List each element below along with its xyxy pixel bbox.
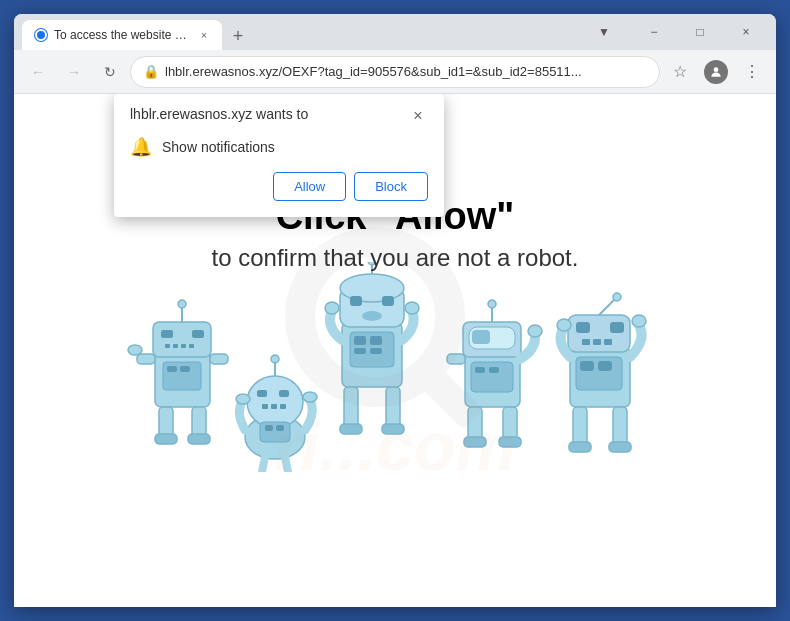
block-button[interactable]: Block [354,172,428,201]
svg-rect-87 [569,442,591,452]
svg-line-89 [599,299,615,315]
svg-rect-31 [265,425,273,431]
svg-rect-81 [580,361,594,371]
svg-rect-75 [576,322,590,333]
svg-point-0 [714,67,719,72]
tab-area: To access the website click the "A × + [22,14,584,50]
new-tab-button[interactable]: + [224,22,252,50]
bookmark-button[interactable]: ☆ [664,56,696,88]
menu-button[interactable]: ⋮ [736,56,768,88]
notification-popup: lhblr.erewasnos.xyz wants to × 🔔 Show no… [114,94,444,217]
heading-line2: to confirm that you are not a robot. [212,244,579,272]
svg-rect-88 [609,442,631,452]
window-controls: − □ × [632,17,768,47]
popup-buttons: Allow Block [130,172,428,201]
svg-rect-13 [180,366,190,372]
svg-point-66 [528,325,542,337]
svg-rect-79 [604,339,612,345]
tab-close-button[interactable]: × [198,27,210,43]
svg-rect-12 [167,366,177,372]
browser-window: To access the website click the "A × + ▼… [14,14,776,607]
svg-rect-8 [173,344,178,348]
forward-button[interactable]: → [58,56,90,88]
svg-rect-15 [210,354,228,364]
url-text: lhblr.erewasnos.xyz/OEXF?tag_id=905576&s… [165,64,647,79]
svg-rect-82 [598,361,612,371]
svg-rect-7 [165,344,170,348]
svg-rect-14 [137,354,155,364]
popup-close-button[interactable]: × [408,106,428,126]
toolbar: ← → ↻ 🔒 lhblr.erewasnos.xyz/OEXF?tag_id=… [14,50,776,94]
download-arrow-icon[interactable]: ▼ [588,16,620,48]
svg-point-90 [613,293,621,301]
svg-rect-10 [189,344,194,348]
svg-point-21 [178,300,186,308]
reload-button[interactable]: ↻ [94,56,126,88]
bell-icon: 🔔 [130,136,152,158]
svg-rect-5 [161,330,173,338]
lock-icon: 🔒 [143,64,159,79]
svg-rect-16 [159,407,173,437]
profile-avatar [704,60,728,84]
svg-rect-4 [153,322,211,357]
allow-button[interactable]: Allow [273,172,346,201]
svg-rect-76 [610,322,624,333]
svg-rect-19 [188,434,210,444]
maximize-button[interactable]: □ [678,17,722,47]
svg-rect-6 [192,330,204,338]
back-button[interactable]: ← [22,56,54,88]
svg-rect-74 [568,315,630,352]
profile-button[interactable] [700,56,732,88]
active-tab[interactable]: To access the website click the "A × [22,20,222,50]
tab-title: To access the website click the "A [54,28,188,42]
title-bar: To access the website click the "A × + ▼… [14,14,776,50]
popup-notification-row: 🔔 Show notifications [130,136,428,158]
svg-point-35 [236,394,250,404]
svg-rect-17 [192,407,206,437]
svg-rect-85 [573,407,587,445]
minimize-button[interactable]: − [632,17,676,47]
tab-favicon [34,28,48,42]
svg-rect-77 [582,339,590,345]
svg-rect-9 [181,344,186,348]
notification-label: Show notifications [162,139,275,155]
svg-point-22 [128,345,142,355]
svg-rect-27 [262,404,268,409]
watermark-text: ri...com [274,407,516,485]
popup-title: lhblr.erewasnos.xyz wants to [130,106,308,122]
svg-line-37 [260,457,265,472]
svg-rect-86 [613,407,627,445]
svg-rect-25 [257,390,267,397]
page-content: ri...com lhblr.erewasnos.xyz wants to × … [14,94,776,607]
svg-rect-78 [593,339,601,345]
svg-rect-18 [155,434,177,444]
close-button[interactable]: × [724,17,768,47]
address-bar[interactable]: 🔒 lhblr.erewasnos.xyz/OEXF?tag_id=905576… [130,56,660,88]
svg-point-83 [557,319,571,331]
svg-point-84 [632,315,646,327]
popup-header: lhblr.erewasnos.xyz wants to × [130,106,428,126]
